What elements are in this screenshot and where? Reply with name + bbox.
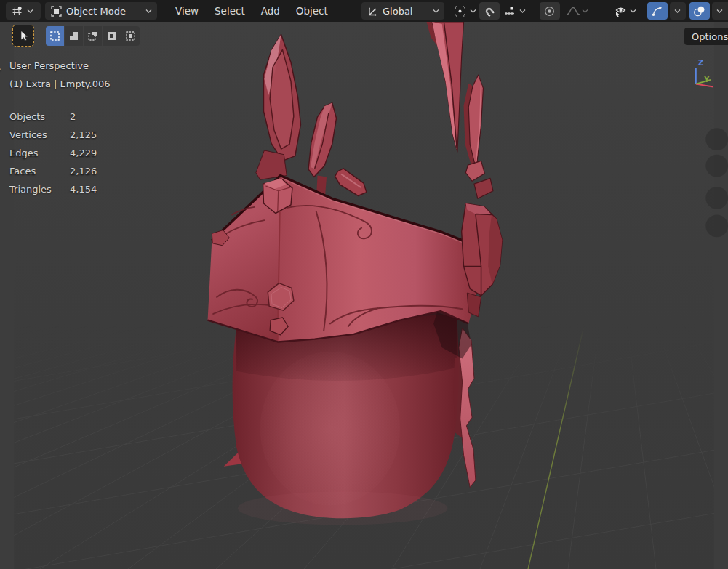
orientation-label: Global [383, 6, 412, 17]
scene-statistics: Objects2 Vertices2,125 Edges4,229 Faces2… [9, 108, 97, 198]
select-intersect-icon [125, 31, 136, 41]
sidebar-toggle-arrow[interactable]: › [0, 62, 1, 76]
orientation-axes-icon [367, 5, 379, 17]
mode-dropdown-label: Object Mode [66, 6, 126, 17]
perspective-toggle-button[interactable] [705, 214, 728, 237]
stat-row-edges: Edges4,229 [9, 144, 97, 162]
scene-collection-label: (1) Extra | Empty.006 [9, 78, 111, 89]
chevron-down-icon [519, 9, 526, 14]
show-overlays-toggle[interactable] [689, 2, 710, 20]
proportional-editing-toggle[interactable] [540, 2, 560, 20]
transform-orientation-dropdown[interactable]: Global [361, 2, 444, 20]
menu-select[interactable]: Select [207, 0, 253, 22]
chevron-down-icon [433, 9, 439, 14]
menu-view[interactable]: View [167, 0, 207, 22]
magnet-icon [483, 5, 495, 17]
move-view-button[interactable] [705, 155, 728, 177]
select-mode-invert-button[interactable] [103, 26, 121, 46]
chevron-down-icon [145, 9, 152, 14]
select-mode-intersect-button[interactable] [121, 26, 140, 46]
viewport-header: Object Mode View Select Add Object Globa… [0, 0, 728, 22]
chevron-down-icon [630, 9, 636, 14]
gizmo-dropdown[interactable] [670, 2, 686, 20]
stat-row-triangles: Triangles4,154 [9, 180, 97, 198]
select-mode-set-button[interactable] [46, 26, 64, 46]
active-tool-select-box-button[interactable] [12, 25, 34, 47]
snap-toggle-button[interactable] [479, 2, 500, 20]
stat-row-objects: Objects2 [9, 108, 97, 126]
3d-viewport[interactable]: Z Y [0, 22, 728, 569]
show-gizmo-toggle[interactable] [647, 2, 668, 20]
stat-row-faces: Faces2,126 [9, 162, 97, 180]
camera-view-button[interactable] [705, 187, 728, 209]
overlays-dropdown[interactable] [712, 2, 728, 20]
chevron-down-icon [27, 9, 33, 14]
select-mode-extend-button[interactable] [65, 26, 83, 46]
select-mode-subtract-button[interactable] [84, 26, 102, 46]
pivot-point-icon [454, 5, 466, 17]
object-visibility-dropdown[interactable] [611, 2, 646, 20]
falloff-curve-icon [566, 5, 578, 17]
select-invert-icon [106, 31, 117, 41]
cursor-arrow-icon [17, 29, 30, 42]
select-subtract-icon [87, 31, 98, 41]
visibility-eye-icon [614, 5, 626, 17]
chevron-down-icon [582, 9, 588, 14]
proportional-editing-icon [543, 5, 556, 17]
gizmo-z-label: Z [698, 58, 704, 67]
object-mode-icon [50, 5, 63, 17]
stat-row-vertices: Vertices2,125 [9, 126, 97, 144]
snap-increment-icon [503, 5, 516, 17]
pivot-point-dropdown[interactable] [449, 2, 478, 20]
3d-viewport-editor-icon [11, 5, 23, 17]
overlays-icon [693, 5, 705, 17]
model-head-bounce-light [238, 491, 448, 525]
options-button[interactable]: Options [684, 28, 728, 45]
falloff-dropdown[interactable] [563, 2, 602, 20]
chevron-down-icon [716, 9, 723, 14]
zoom-button[interactable] [705, 128, 728, 150]
editor-type-button[interactable] [6, 2, 41, 20]
chevron-down-icon [674, 9, 681, 14]
chevron-down-icon [470, 9, 476, 14]
gizmo-y-label: Y [703, 76, 710, 84]
model-head-highlight [260, 352, 400, 506]
options-button-label: Options [692, 31, 728, 42]
view-perspective-label: User Perspective [9, 60, 89, 71]
menu-add[interactable]: Add [253, 0, 288, 22]
gizmo-icon [651, 5, 663, 17]
select-extend-icon [68, 31, 79, 41]
menu-object[interactable]: Object [288, 0, 336, 22]
menubar: View Select Add Object [167, 0, 336, 22]
select-mode-group [46, 26, 140, 46]
select-set-icon [49, 31, 60, 41]
snap-with-dropdown[interactable] [500, 2, 535, 20]
mode-dropdown[interactable]: Object Mode [45, 2, 157, 20]
